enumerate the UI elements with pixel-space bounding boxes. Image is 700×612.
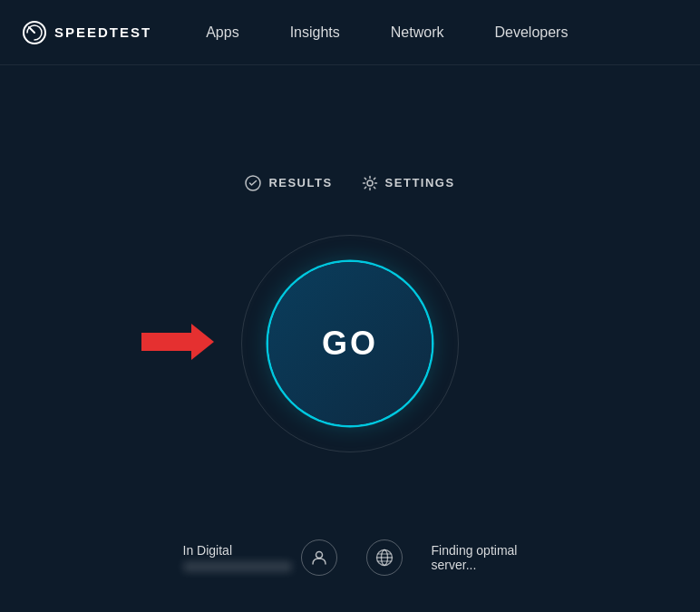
go-button[interactable]: GO <box>268 262 432 425</box>
server-label: Finding optimal <box>432 543 518 558</box>
navbar: SPEEDTEST Apps Insights Network Develope… <box>0 0 700 65</box>
svg-point-4 <box>316 552 322 559</box>
red-arrow-icon <box>141 324 214 360</box>
arrow-container <box>141 324 214 364</box>
nav-item-developers[interactable]: Developers <box>469 0 593 65</box>
speedtest-logo-icon <box>22 20 47 45</box>
globe-icon-button[interactable] <box>366 539 403 576</box>
svg-marker-3 <box>141 324 214 360</box>
results-label: RESULTS <box>268 176 332 189</box>
results-icon <box>245 175 261 191</box>
location-text-group: In Digital <box>183 543 292 572</box>
server-sub: server... <box>432 558 518 572</box>
nav-link-insights[interactable]: Insights <box>265 0 365 65</box>
location-label: In Digital <box>183 543 292 558</box>
nav-links: Apps Insights Network Developers <box>180 0 593 65</box>
server-text-group: Finding optimal server... <box>432 543 518 572</box>
speedtest-container: GO <box>241 235 459 452</box>
settings-button[interactable]: SETTINGS <box>362 175 455 191</box>
nav-link-network[interactable]: Network <box>365 0 470 65</box>
user-icon-button[interactable] <box>301 539 337 576</box>
go-label: GO <box>322 325 378 363</box>
logo-text: SPEEDTEST <box>54 24 151 40</box>
logo-link[interactable]: SPEEDTEST <box>22 20 151 45</box>
outer-ring: GO <box>241 235 459 452</box>
info-bar: In Digital Finding opt <box>132 539 568 576</box>
toolbar: RESULTS SETTINGS <box>245 175 454 191</box>
nav-link-developers[interactable]: Developers <box>469 0 593 65</box>
nav-item-insights[interactable]: Insights <box>265 0 365 65</box>
svg-point-2 <box>367 180 373 186</box>
user-icon <box>311 549 327 566</box>
location-info: In Digital <box>183 539 337 576</box>
nav-item-apps[interactable]: Apps <box>180 0 264 65</box>
main-content: RESULTS SETTINGS GO <box>0 65 700 612</box>
results-button[interactable]: RESULTS <box>245 175 332 191</box>
settings-icon <box>362 175 378 191</box>
globe-icon <box>375 549 394 567</box>
settings-label: SETTINGS <box>385 176 455 189</box>
nav-item-network[interactable]: Network <box>365 0 470 65</box>
nav-link-apps[interactable]: Apps <box>180 0 264 65</box>
location-blurred <box>183 561 292 572</box>
